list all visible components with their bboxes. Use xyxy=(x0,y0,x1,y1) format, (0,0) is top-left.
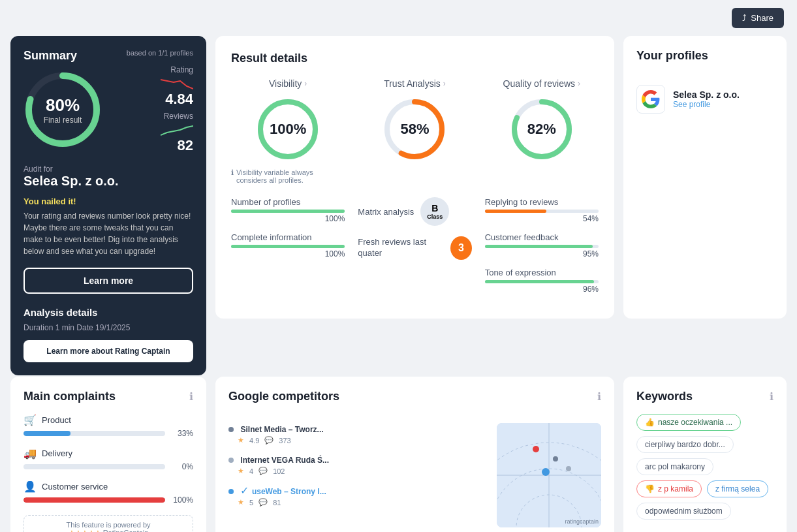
audit-for-label: Audit for xyxy=(23,164,193,174)
visibility-note: ℹ Visibility variable always considers a… xyxy=(231,168,345,184)
summary-based-on: based on 1/1 profiles xyxy=(127,49,193,57)
svg-point-17 xyxy=(542,468,550,476)
bottom-grid: Main complaints ℹ 🛒 Product 33% 🚚 Delive… xyxy=(0,377,797,532)
complaints-info-icon[interactable]: ℹ xyxy=(189,390,193,403)
tone-item: Tone of expression 96% xyxy=(485,268,599,294)
keyword-tag-6[interactable]: odpowiednim służbom xyxy=(636,503,731,520)
delivery-pct: 0% xyxy=(170,462,193,471)
result-details-title: Result details xyxy=(231,52,599,65)
final-label: Final result xyxy=(44,116,82,125)
sub-metrics-row: Number of profiles 100% Complete informa… xyxy=(231,197,599,303)
trust-metric: Trust Analysis › 58% xyxy=(358,78,471,184)
trust-pct: 58% xyxy=(400,121,429,138)
summary-title: Summary xyxy=(23,49,77,63)
feedback-label: Customer feedback xyxy=(485,232,599,242)
metrics-row: Visibility › 100% ℹ Visibility variable … xyxy=(231,78,599,184)
summary-card: Summary based on 1/1 profiles 80% Final … xyxy=(10,36,206,375)
competitors-title: Google competitors xyxy=(228,390,339,403)
delivery-bar-wrap: 0% xyxy=(23,462,193,471)
keyword-tag-4[interactable]: 👎 z p kamila xyxy=(636,480,702,497)
quality-title: Quality of reviews › xyxy=(485,78,599,89)
analysis-meta: Duration 1 min Date 19/1/2025 xyxy=(23,323,193,332)
nailed-text: Your rating and reviews number look pret… xyxy=(23,210,193,257)
product-bar-fill xyxy=(23,431,70,436)
share-icon: ⤴ xyxy=(742,13,747,23)
product-pct: 33% xyxy=(170,429,193,438)
keywords-info-icon[interactable]: ℹ xyxy=(770,390,774,403)
replying-label: Replying to reviews xyxy=(485,197,599,207)
company-name: Selea Sp. z o.o. xyxy=(23,174,193,189)
reviews-label: Reviews xyxy=(161,112,193,121)
rating-value: 4.84 xyxy=(161,91,193,108)
rc-link-button[interactable]: Learn more about Rating Captain xyxy=(23,340,193,362)
complaints-title-row: Main complaints ℹ xyxy=(23,390,193,403)
thumbs-down-icon: 👎 xyxy=(645,484,655,493)
delivery-icon: 🚚 xyxy=(23,447,37,460)
google-logo-icon xyxy=(636,85,665,114)
complaint-delivery-label: 🚚 Delivery xyxy=(23,447,193,460)
chart-watermark: ratingcaptain xyxy=(565,518,599,525)
profile-item: Selea Sp. z o.o. See profile xyxy=(636,85,774,114)
keyword-tag-1[interactable]: 👍 nasze oczekiwania ... xyxy=(636,414,741,431)
final-result-circle: 80% Final result xyxy=(23,70,102,149)
comment-icon-1: 💬 xyxy=(264,436,273,445)
keyword-tag-3[interactable]: arc pol makarony xyxy=(636,458,713,475)
service-pct: 100% xyxy=(170,495,193,505)
service-bar-fill xyxy=(23,497,165,503)
right-stats: Rating 4.84 Reviews xyxy=(161,65,193,154)
keywords-title: Keywords xyxy=(636,390,693,403)
sub-middle: Matrix analysis B Class Fresh reviews la… xyxy=(358,197,471,303)
nailed-title: You nailed it! xyxy=(23,196,193,206)
complaints-card: Main complaints ℹ 🛒 Product 33% 🚚 Delive… xyxy=(10,377,206,532)
profiles-scroll[interactable]: Selea Sp. z o.o. See profile xyxy=(636,76,774,206)
competitors-title-row: Google competitors ℹ xyxy=(228,390,601,403)
comment-icon-3: 💬 xyxy=(258,498,268,507)
quality-pct: 82% xyxy=(527,121,556,138)
keyword-tag-2[interactable]: cierpliwy bardzo dobr... xyxy=(636,436,734,453)
competitors-info-icon[interactable]: ℹ xyxy=(597,390,601,403)
keyword-tag-5[interactable]: z firmą selea xyxy=(707,480,768,497)
result-details-card: Result details Visibility › 100% ℹ Vi xyxy=(215,36,614,319)
analysis-title: Analysis details xyxy=(23,307,193,318)
feedback-pct: 95% xyxy=(485,249,599,258)
profile-info: Selea Sp. z o.o. See profile xyxy=(673,89,740,109)
powered-by: This feature is powered by ★★★★★ RatingC… xyxy=(23,515,193,532)
matrix-badge: B Class xyxy=(420,197,449,226)
main-grid: Summary based on 1/1 profiles 80% Final … xyxy=(0,36,797,386)
svg-point-16 xyxy=(566,466,571,471)
competitors-list: Silnet Media – Tworz... ★ 4.9 💬 373 Inte… xyxy=(228,423,486,527)
delivery-bar xyxy=(23,464,165,469)
analysis-details: Analysis details Duration 1 min Date 19/… xyxy=(23,307,193,362)
trust-nav[interactable]: › xyxy=(443,79,446,88)
final-pct: 80% xyxy=(44,95,82,116)
product-bar-wrap: 33% xyxy=(23,429,193,438)
service-icon: 👤 xyxy=(23,480,37,493)
competitor-2-dot xyxy=(228,458,234,463)
competitors-content: Silnet Media – Tworz... ★ 4.9 💬 373 Inte… xyxy=(228,423,601,527)
service-bar xyxy=(23,497,165,503)
complete-info-label: Complete information xyxy=(231,232,345,242)
see-profile-link[interactable]: See profile xyxy=(673,100,740,109)
complaint-delivery: 🚚 Delivery 0% xyxy=(23,447,193,471)
profile-name: Selea Sp. z o.o. xyxy=(673,89,740,100)
complete-info-item: Complete information 100% xyxy=(231,232,345,258)
share-button[interactable]: ⤴ Share xyxy=(732,8,784,28)
keyword-tags: 👍 nasze oczekiwania ... cierpliwy bardzo… xyxy=(636,414,774,520)
quality-metric: Quality of reviews › 82% xyxy=(485,78,599,184)
top-bar: ⤴ Share xyxy=(0,0,797,36)
product-icon: 🛒 xyxy=(23,414,37,426)
star-icon-1: ★ xyxy=(238,436,244,445)
num-profiles-pct: 100% xyxy=(231,214,345,223)
quality-nav[interactable]: › xyxy=(578,79,580,88)
service-bar-wrap: 100% xyxy=(23,495,193,505)
learn-more-button[interactable]: Learn more xyxy=(23,268,193,294)
matrix-row: Matrix analysis B Class xyxy=(358,197,471,226)
replying-item: Replying to reviews 54% xyxy=(485,197,599,223)
complaint-product: 🛒 Product 33% xyxy=(23,414,193,438)
tone-label: Tone of expression xyxy=(485,268,599,277)
visibility-nav[interactable]: › xyxy=(304,79,307,88)
competitor-1-name: Silnet Media – Tworz... xyxy=(228,423,486,435)
complaint-service: 👤 Customer service 100% xyxy=(23,480,193,505)
visibility-title: Visibility › xyxy=(231,78,345,89)
competitor-3-name: ✓ useWeb – Strony I... xyxy=(228,484,486,497)
